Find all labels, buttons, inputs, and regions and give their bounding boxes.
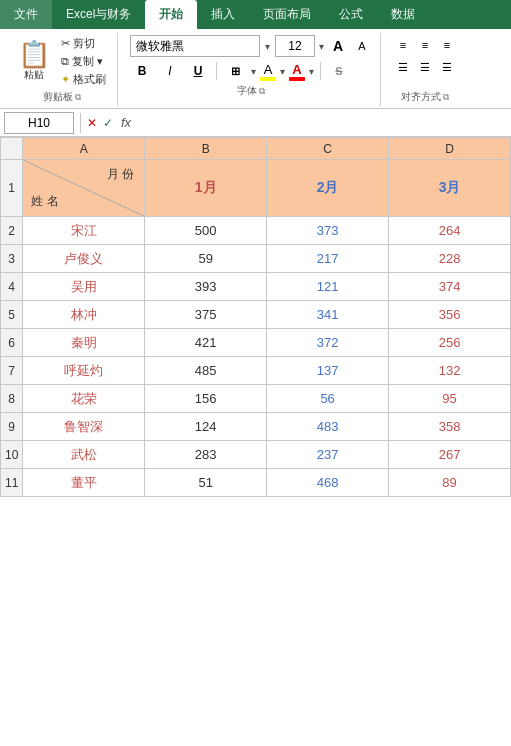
cell-c-5[interactable]: 137: [267, 357, 389, 385]
cell-name-5[interactable]: 呼延灼: [23, 357, 145, 385]
ribbon-tab-开始[interactable]: 开始: [145, 0, 197, 29]
ribbon-tab-数据[interactable]: 数据: [377, 0, 429, 29]
font-color-button[interactable]: A: [289, 62, 305, 81]
cell-c-3[interactable]: 341: [267, 301, 389, 329]
strikethrough-button[interactable]: S: [327, 60, 351, 82]
bold-button[interactable]: B: [130, 60, 154, 82]
ribbon-tab-公式[interactable]: 公式: [325, 0, 377, 29]
decrease-font-button[interactable]: A: [352, 36, 372, 56]
cell-c-9[interactable]: 468: [267, 469, 389, 497]
cell-b-3[interactable]: 375: [145, 301, 267, 329]
font-name-dropdown-icon[interactable]: ▾: [265, 41, 270, 52]
cell-c-4[interactable]: 372: [267, 329, 389, 357]
copy-button[interactable]: ⧉ 复制 ▾: [58, 53, 109, 70]
header-cell-b[interactable]: 1月: [145, 160, 267, 217]
row-header-2: 2: [1, 217, 23, 245]
ribbon-tab-Excel与财务[interactable]: Excel与财务: [52, 0, 145, 29]
font-color-dropdown[interactable]: ▾: [309, 66, 314, 77]
diagonal-header-cell[interactable]: 月 份 姓 名: [23, 160, 145, 217]
border-button[interactable]: ⊞: [223, 60, 247, 82]
alignment-expand-icon[interactable]: ⧉: [443, 92, 449, 103]
header-cell-c[interactable]: 2月: [267, 160, 389, 217]
cell-b-2[interactable]: 393: [145, 273, 267, 301]
cell-name-1[interactable]: 卢俊义: [23, 245, 145, 273]
cell-b-5[interactable]: 485: [145, 357, 267, 385]
underline-button[interactable]: U: [186, 60, 210, 82]
cut-button[interactable]: ✂ 剪切: [58, 35, 109, 52]
cell-reference-input[interactable]: [4, 112, 74, 134]
cell-name-2[interactable]: 吴用: [23, 273, 145, 301]
highlight-button[interactable]: A: [260, 62, 276, 81]
table-row: 9鲁智深124483358: [1, 413, 511, 441]
cell-d-3[interactable]: 356: [389, 301, 511, 329]
cell-name-7[interactable]: 鲁智深: [23, 413, 145, 441]
top-align-button[interactable]: ≡: [393, 35, 413, 55]
font-size-dropdown-icon[interactable]: ▾: [319, 41, 324, 52]
cell-c-7[interactable]: 483: [267, 413, 389, 441]
cell-b-7[interactable]: 124: [145, 413, 267, 441]
font-row1: ▾ ▾ A A: [130, 35, 372, 57]
ribbon-tab-文件[interactable]: 文件: [0, 0, 52, 29]
italic-button[interactable]: I: [158, 60, 182, 82]
cell-c-1[interactable]: 217: [267, 245, 389, 273]
cell-d-5[interactable]: 132: [389, 357, 511, 385]
col-header-c[interactable]: C: [267, 138, 389, 160]
cell-c-6[interactable]: 56: [267, 385, 389, 413]
clipboard-expand-icon[interactable]: ⧉: [75, 92, 81, 103]
font-color-bar: [289, 77, 305, 81]
cell-b-9[interactable]: 51: [145, 469, 267, 497]
col-header-b[interactable]: B: [145, 138, 267, 160]
corner-cell[interactable]: [1, 138, 23, 160]
formula-input[interactable]: [135, 116, 507, 130]
col-header-d[interactable]: D: [389, 138, 511, 160]
cell-name-0[interactable]: 宋江: [23, 217, 145, 245]
cell-d-0[interactable]: 264: [389, 217, 511, 245]
ribbon: 文件Excel与财务开始插入页面布局公式数据: [0, 0, 511, 29]
clipboard-group: 📋 粘贴 ✂ 剪切 ⧉ 复制 ▾ ✦ 格式刷: [6, 33, 118, 106]
cell-name-9[interactable]: 董平: [23, 469, 145, 497]
cell-c-2[interactable]: 121: [267, 273, 389, 301]
cell-b-1[interactable]: 59: [145, 245, 267, 273]
cell-d-8[interactable]: 267: [389, 441, 511, 469]
cell-d-2[interactable]: 374: [389, 273, 511, 301]
row-header-3: 3: [1, 245, 23, 273]
cell-d-7[interactable]: 358: [389, 413, 511, 441]
highlight-dropdown[interactable]: ▾: [280, 66, 285, 77]
ribbon-tab-页面布局[interactable]: 页面布局: [249, 0, 325, 29]
cell-d-6[interactable]: 95: [389, 385, 511, 413]
formula-icons: ✕ ✓: [87, 116, 113, 130]
cell-b-0[interactable]: 500: [145, 217, 267, 245]
cell-d-4[interactable]: 256: [389, 329, 511, 357]
middle-align-button[interactable]: ≡: [415, 35, 435, 55]
right-align-button[interactable]: ☰: [437, 57, 457, 77]
cell-c-8[interactable]: 237: [267, 441, 389, 469]
row-header-1: 1: [1, 160, 23, 217]
cell-b-6[interactable]: 156: [145, 385, 267, 413]
table-row: 7呼延灼485137132: [1, 357, 511, 385]
cancel-formula-icon[interactable]: ✕: [87, 116, 97, 130]
cell-c-0[interactable]: 373: [267, 217, 389, 245]
center-align-button[interactable]: ☰: [415, 57, 435, 77]
confirm-formula-icon[interactable]: ✓: [103, 116, 113, 130]
border-dropdown[interactable]: ▾: [251, 66, 256, 77]
header-cell-d[interactable]: 3月: [389, 160, 511, 217]
increase-font-button[interactable]: A: [328, 36, 348, 56]
cell-d-1[interactable]: 228: [389, 245, 511, 273]
cell-name-8[interactable]: 武松: [23, 441, 145, 469]
bottom-align-button[interactable]: ≡: [437, 35, 457, 55]
font-expand-icon[interactable]: ⧉: [259, 86, 265, 97]
cell-name-6[interactable]: 花荣: [23, 385, 145, 413]
cell-d-9[interactable]: 89: [389, 469, 511, 497]
cell-b-8[interactable]: 283: [145, 441, 267, 469]
font-name-input[interactable]: [130, 35, 260, 57]
cell-b-4[interactable]: 421: [145, 329, 267, 357]
cell-name-3[interactable]: 林冲: [23, 301, 145, 329]
table-row: 6秦明421372256: [1, 329, 511, 357]
cell-name-4[interactable]: 秦明: [23, 329, 145, 357]
ribbon-tab-插入[interactable]: 插入: [197, 0, 249, 29]
format-painter-button[interactable]: ✦ 格式刷: [58, 71, 109, 88]
paste-button[interactable]: 📋 粘贴: [14, 35, 54, 87]
font-size-input[interactable]: [275, 35, 315, 57]
col-header-a[interactable]: A: [23, 138, 145, 160]
left-align-button[interactable]: ☰: [393, 57, 413, 77]
